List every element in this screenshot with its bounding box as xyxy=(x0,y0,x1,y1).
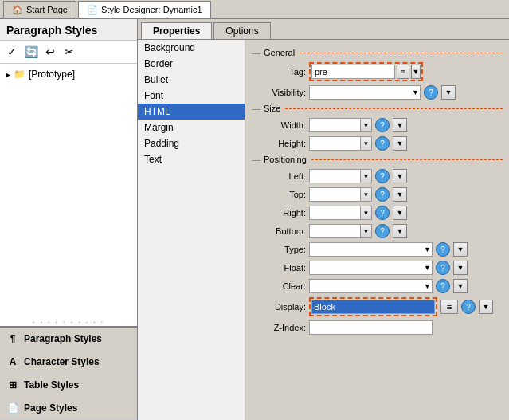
paragraph-icon: ¶ xyxy=(6,332,19,345)
right-input[interactable] xyxy=(309,206,361,220)
right-label: Right: xyxy=(252,208,306,218)
left-extra-btn[interactable]: ▼ xyxy=(393,169,407,183)
prototype-tree-item[interactable]: ▸ 📁 [Prototype] xyxy=(3,67,134,81)
top-label: Top: xyxy=(252,190,306,199)
cat-font[interactable]: Font xyxy=(138,88,245,104)
height-input[interactable] xyxy=(309,136,361,151)
separator: . . . . . . . . . . xyxy=(0,314,137,326)
width-dropdown-btn[interactable]: ▼ xyxy=(361,118,372,132)
nav-page-styles[interactable]: 📄 Page Styles xyxy=(0,397,137,420)
tag-container: ≡ ▼ xyxy=(309,62,423,81)
top-input[interactable] xyxy=(309,187,361,202)
display-row: Display: Block ≡ ? ▼ xyxy=(252,297,503,316)
height-extra-btn[interactable]: ▼ xyxy=(393,136,407,151)
bottom-label: Bottom: xyxy=(252,226,306,236)
left-help-btn[interactable]: ? xyxy=(375,169,390,183)
top-dropdown-btn[interactable]: ▼ xyxy=(361,187,372,202)
refresh-btn[interactable]: 🔄 xyxy=(22,43,40,61)
tab-options[interactable]: Options xyxy=(213,22,270,39)
left-input[interactable] xyxy=(309,169,361,183)
display-help-btn[interactable]: ? xyxy=(461,300,476,314)
display-extra-btn[interactable]: ▼ xyxy=(479,300,493,314)
clear-select[interactable] xyxy=(309,279,433,293)
height-row: Height: ▼ ? ▼ xyxy=(252,136,503,151)
prop-content-area: Background Border Bullet Font HTML Margi… xyxy=(138,39,509,420)
positioning-section-header: Positioning xyxy=(252,155,503,164)
float-row: Float: ▼ ? ▼ xyxy=(252,261,503,275)
undo-btn[interactable]: ↩ xyxy=(41,43,59,61)
tag-label: Tag: xyxy=(252,67,306,77)
width-help-btn[interactable]: ? xyxy=(375,118,390,132)
cut-btn[interactable]: ✂ xyxy=(61,43,78,61)
type-row: Type: ▼ ? ▼ xyxy=(252,242,503,257)
style-designer-tab[interactable]: 📄 Style Designer: Dynamic1 xyxy=(78,1,211,18)
style-tree: ▸ 📁 [Prototype] xyxy=(0,64,137,314)
bottom-input[interactable] xyxy=(309,224,361,238)
display-select[interactable]: Block xyxy=(311,300,435,314)
cat-border[interactable]: Border xyxy=(138,56,245,72)
cat-html[interactable]: HTML xyxy=(138,104,245,120)
general-section-header: General xyxy=(252,48,503,57)
float-help-btn[interactable]: ? xyxy=(436,261,450,275)
width-extra-btn[interactable]: ▼ xyxy=(393,118,407,132)
height-input-group: ▼ xyxy=(309,136,372,151)
height-help-btn[interactable]: ? xyxy=(375,136,390,151)
right-help-btn[interactable]: ? xyxy=(375,206,390,220)
height-label: Height: xyxy=(252,139,306,148)
visibility-select[interactable] xyxy=(309,85,421,100)
nav-paragraph-styles[interactable]: ¶ Paragraph Styles xyxy=(0,328,137,351)
tag-dropdown-btn[interactable]: ▼ xyxy=(411,65,421,79)
document-icon: 📄 xyxy=(87,5,98,15)
right-dropdown-btn[interactable]: ▼ xyxy=(361,206,372,220)
width-row: Width: ▼ ? ▼ xyxy=(252,118,503,132)
bottom-dropdown-btn[interactable]: ▼ xyxy=(361,224,372,238)
right-extra-btn[interactable]: ▼ xyxy=(393,206,407,220)
nav-table-styles[interactable]: ⊞ Table Styles xyxy=(0,374,137,397)
left-toolbar: ✓ 🔄 ↩ ✂ xyxy=(0,41,137,64)
nav-character-styles[interactable]: A Character Styles xyxy=(0,351,137,374)
visibility-help-btn[interactable]: ? xyxy=(424,85,438,100)
clear-row: Clear: ▼ ? ▼ xyxy=(252,279,503,293)
top-help-btn[interactable]: ? xyxy=(375,187,390,202)
tag-row: Tag: ≡ ▼ xyxy=(252,62,503,81)
type-help-btn[interactable]: ? xyxy=(436,242,450,257)
bottom-extra-btn[interactable]: ▼ xyxy=(393,224,407,238)
width-input[interactable] xyxy=(309,118,361,132)
visibility-row: Visibility: ▼ ? ▼ xyxy=(252,85,503,100)
float-extra-btn[interactable]: ▼ xyxy=(453,261,468,275)
type-select[interactable] xyxy=(309,242,433,257)
display-container: Block xyxy=(309,297,437,316)
top-row: Top: ▼ ? ▼ xyxy=(252,187,503,202)
visibility-extra-btn[interactable]: ▼ xyxy=(441,85,456,100)
zindex-input[interactable] xyxy=(309,320,433,335)
left-dropdown-btn[interactable]: ▼ xyxy=(361,169,372,183)
style-navigation: ¶ Paragraph Styles A Character Styles ⊞ … xyxy=(0,326,137,420)
start-page-icon: 🏠 xyxy=(12,5,23,15)
page-icon: 📄 xyxy=(6,402,19,414)
cat-text[interactable]: Text xyxy=(138,151,245,167)
tag-equals-btn[interactable]: ≡ xyxy=(397,65,409,79)
clear-help-btn[interactable]: ? xyxy=(436,279,450,293)
tag-input[interactable] xyxy=(311,65,395,79)
float-select[interactable] xyxy=(309,261,433,275)
prop-tabs-bar: Properties Options xyxy=(138,19,509,39)
prototype-label: [Prototype] xyxy=(29,69,75,80)
clear-label: Clear: xyxy=(252,281,306,291)
clear-extra-btn[interactable]: ▼ xyxy=(453,279,468,293)
category-list: Background Border Bullet Font HTML Margi… xyxy=(138,40,245,420)
display-equals-btn[interactable]: ≡ xyxy=(440,300,458,314)
cat-padding[interactable]: Padding xyxy=(138,135,245,151)
width-input-group: ▼ xyxy=(309,118,372,132)
check-btn[interactable]: ✓ xyxy=(3,43,21,61)
tab-properties[interactable]: Properties xyxy=(141,22,212,39)
type-extra-btn[interactable]: ▼ xyxy=(453,242,468,257)
cat-background[interactable]: Background xyxy=(138,40,245,56)
panel-title: Paragraph Styles xyxy=(0,19,137,41)
cat-bullet[interactable]: Bullet xyxy=(138,72,245,88)
bottom-help-btn[interactable]: ? xyxy=(375,224,390,238)
height-dropdown-btn[interactable]: ▼ xyxy=(361,136,372,151)
top-extra-btn[interactable]: ▼ xyxy=(393,187,407,202)
cat-margin[interactable]: Margin xyxy=(138,120,245,135)
bottom-row: Bottom: ▼ ? ▼ xyxy=(252,224,503,238)
start-page-tab[interactable]: 🏠 Start Page xyxy=(3,1,76,18)
